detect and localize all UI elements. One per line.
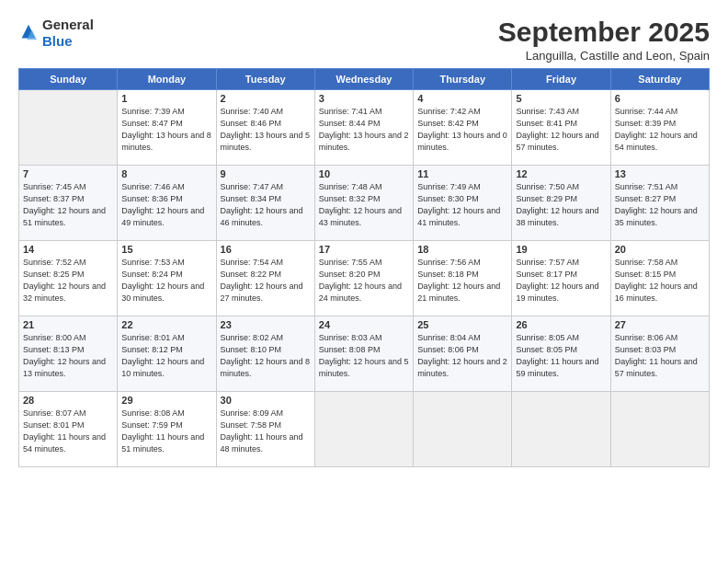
header-sunday: Sunday	[19, 69, 118, 90]
calendar-cell: 4Sunrise: 7:42 AMSunset: 8:42 PMDaylight…	[414, 90, 512, 166]
calendar-cell: 9Sunrise: 7:47 AMSunset: 8:34 PMDaylight…	[216, 166, 314, 241]
calendar-cell: 25Sunrise: 8:04 AMSunset: 8:06 PMDayligh…	[414, 316, 512, 392]
calendar-cell	[512, 392, 610, 467]
logo: General Blue	[18, 17, 94, 50]
cell-info: Sunrise: 7:56 AMSunset: 8:18 PMDaylight:…	[417, 257, 507, 304]
calendar-cell: 18Sunrise: 7:56 AMSunset: 8:18 PMDayligh…	[414, 241, 512, 316]
day-number: 11	[417, 168, 507, 179]
day-number: 15	[121, 244, 211, 255]
day-number: 17	[319, 244, 409, 255]
day-number: 13	[615, 168, 705, 179]
calendar-week-3: 21Sunrise: 8:00 AMSunset: 8:13 PMDayligh…	[19, 316, 710, 392]
cell-info: Sunrise: 8:09 AMSunset: 7:58 PMDaylight:…	[221, 408, 311, 455]
cell-info: Sunrise: 8:03 AMSunset: 8:08 PMDaylight:…	[319, 332, 409, 380]
day-number: 23	[221, 319, 311, 330]
day-number: 27	[615, 319, 705, 330]
cell-info: Sunrise: 7:42 AMSunset: 8:42 PMDaylight:…	[417, 106, 507, 154]
cell-info: Sunrise: 7:47 AMSunset: 8:34 PMDaylight:…	[221, 181, 311, 229]
calendar-cell: 11Sunrise: 7:49 AMSunset: 8:30 PMDayligh…	[414, 166, 512, 241]
cell-info: Sunrise: 7:57 AMSunset: 8:17 PMDaylight:…	[516, 257, 606, 304]
calendar-cell: 21Sunrise: 8:00 AMSunset: 8:13 PMDayligh…	[19, 316, 118, 392]
cell-info: Sunrise: 7:50 AMSunset: 8:29 PMDaylight:…	[516, 181, 606, 229]
day-number: 28	[23, 395, 113, 406]
day-number: 7	[23, 168, 113, 179]
calendar-cell: 13Sunrise: 7:51 AMSunset: 8:27 PMDayligh…	[610, 166, 709, 241]
cell-info: Sunrise: 7:40 AMSunset: 8:46 PMDaylight:…	[221, 106, 311, 154]
day-number: 22	[121, 319, 211, 330]
day-number: 3	[319, 93, 409, 104]
calendar-cell	[314, 392, 413, 467]
day-number: 21	[23, 319, 113, 330]
calendar-cell: 16Sunrise: 7:54 AMSunset: 8:22 PMDayligh…	[216, 241, 314, 316]
header-wednesday: Wednesday	[314, 69, 413, 90]
calendar-cell	[414, 392, 512, 467]
calendar-cell: 29Sunrise: 8:08 AMSunset: 7:59 PMDayligh…	[118, 392, 216, 467]
calendar-cell	[610, 392, 709, 467]
header-saturday: Saturday	[610, 69, 709, 90]
calendar-cell: 22Sunrise: 8:01 AMSunset: 8:12 PMDayligh…	[118, 316, 216, 392]
calendar-cell: 3Sunrise: 7:41 AMSunset: 8:44 PMDaylight…	[314, 90, 413, 166]
calendar-cell: 10Sunrise: 7:48 AMSunset: 8:32 PMDayligh…	[314, 166, 413, 241]
month-title: September 2025	[498, 17, 710, 47]
calendar-cell: 24Sunrise: 8:03 AMSunset: 8:08 PMDayligh…	[314, 316, 413, 392]
cell-info: Sunrise: 7:48 AMSunset: 8:32 PMDaylight:…	[319, 181, 409, 229]
weekday-header-row: Sunday Monday Tuesday Wednesday Thursday…	[19, 69, 710, 90]
cell-info: Sunrise: 7:44 AMSunset: 8:39 PMDaylight:…	[615, 106, 705, 154]
calendar-cell: 26Sunrise: 8:05 AMSunset: 8:05 PMDayligh…	[512, 316, 610, 392]
cell-info: Sunrise: 8:07 AMSunset: 8:01 PMDaylight:…	[23, 408, 113, 455]
day-number: 30	[221, 395, 311, 406]
calendar-cell: 30Sunrise: 8:09 AMSunset: 7:58 PMDayligh…	[216, 392, 314, 467]
day-number: 24	[319, 319, 409, 330]
cell-info: Sunrise: 7:46 AMSunset: 8:36 PMDaylight:…	[121, 181, 211, 229]
day-number: 10	[319, 168, 409, 179]
calendar-cell: 6Sunrise: 7:44 AMSunset: 8:39 PMDaylight…	[610, 90, 709, 166]
day-number: 26	[516, 319, 606, 330]
calendar-page: General Blue September 2025 Languilla, C…	[0, 0, 728, 563]
day-number: 16	[221, 244, 311, 255]
calendar-cell: 27Sunrise: 8:06 AMSunset: 8:03 PMDayligh…	[610, 316, 709, 392]
logo-text: General Blue	[42, 17, 94, 50]
cell-info: Sunrise: 7:53 AMSunset: 8:24 PMDaylight:…	[121, 257, 211, 304]
cell-info: Sunrise: 8:06 AMSunset: 8:03 PMDaylight:…	[615, 332, 705, 380]
day-number: 20	[615, 244, 705, 255]
calendar-week-0: 1Sunrise: 7:39 AMSunset: 8:47 PMDaylight…	[19, 90, 710, 166]
logo-icon	[18, 23, 39, 43]
cell-info: Sunrise: 7:58 AMSunset: 8:15 PMDaylight:…	[615, 257, 705, 304]
calendar-cell: 23Sunrise: 8:02 AMSunset: 8:10 PMDayligh…	[216, 316, 314, 392]
cell-info: Sunrise: 7:39 AMSunset: 8:47 PMDaylight:…	[121, 106, 211, 154]
day-number: 6	[615, 93, 705, 104]
calendar-cell: 8Sunrise: 7:46 AMSunset: 8:36 PMDaylight…	[118, 166, 216, 241]
header-tuesday: Tuesday	[216, 69, 314, 90]
cell-info: Sunrise: 8:01 AMSunset: 8:12 PMDaylight:…	[121, 332, 211, 380]
day-number: 4	[417, 93, 507, 104]
cell-info: Sunrise: 7:52 AMSunset: 8:25 PMDaylight:…	[23, 257, 113, 304]
logo-general: General	[42, 17, 94, 32]
day-number: 18	[417, 244, 507, 255]
logo-blue: Blue	[42, 33, 73, 49]
calendar-cell: 7Sunrise: 7:45 AMSunset: 8:37 PMDaylight…	[19, 166, 118, 241]
cell-info: Sunrise: 7:54 AMSunset: 8:22 PMDaylight:…	[221, 257, 311, 304]
day-number: 5	[516, 93, 606, 104]
day-number: 1	[121, 93, 211, 104]
calendar-week-2: 14Sunrise: 7:52 AMSunset: 8:25 PMDayligh…	[19, 241, 710, 316]
calendar-cell: 28Sunrise: 8:07 AMSunset: 8:01 PMDayligh…	[19, 392, 118, 467]
cell-info: Sunrise: 8:00 AMSunset: 8:13 PMDaylight:…	[23, 332, 113, 380]
location-title: Languilla, Castille and Leon, Spain	[498, 49, 710, 63]
day-number: 19	[516, 244, 606, 255]
calendar-cell: 14Sunrise: 7:52 AMSunset: 8:25 PMDayligh…	[19, 241, 118, 316]
calendar-cell: 19Sunrise: 7:57 AMSunset: 8:17 PMDayligh…	[512, 241, 610, 316]
day-number: 9	[221, 168, 311, 179]
header-thursday: Thursday	[414, 69, 512, 90]
cell-info: Sunrise: 7:49 AMSunset: 8:30 PMDaylight:…	[417, 181, 507, 229]
calendar-cell: 12Sunrise: 7:50 AMSunset: 8:29 PMDayligh…	[512, 166, 610, 241]
cell-info: Sunrise: 8:08 AMSunset: 7:59 PMDaylight:…	[121, 408, 211, 455]
header-friday: Friday	[512, 69, 610, 90]
cell-info: Sunrise: 7:45 AMSunset: 8:37 PMDaylight:…	[23, 181, 113, 229]
day-number: 25	[417, 319, 507, 330]
calendar-cell: 1Sunrise: 7:39 AMSunset: 8:47 PMDaylight…	[118, 90, 216, 166]
day-number: 29	[121, 395, 211, 406]
cell-info: Sunrise: 7:55 AMSunset: 8:20 PMDaylight:…	[319, 257, 409, 304]
calendar-cell	[19, 90, 118, 166]
cell-info: Sunrise: 7:51 AMSunset: 8:27 PMDaylight:…	[615, 181, 705, 229]
day-number: 12	[516, 168, 606, 179]
